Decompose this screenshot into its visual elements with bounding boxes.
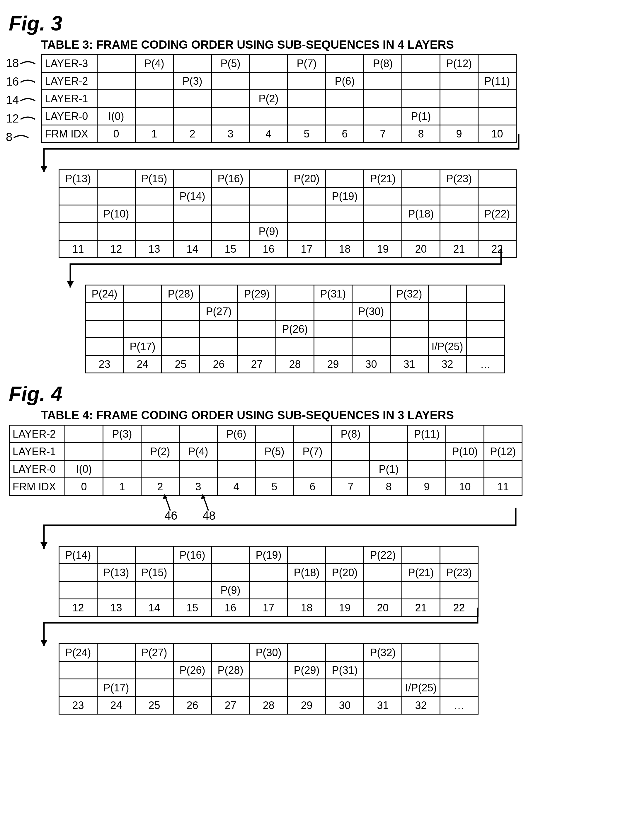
cell: 31 bbox=[364, 697, 402, 714]
cell bbox=[135, 187, 174, 205]
cell: 28 bbox=[276, 355, 314, 373]
cell bbox=[446, 461, 484, 478]
cell: 24 bbox=[97, 697, 135, 714]
cell: 24 bbox=[124, 355, 162, 373]
cell: P(13) bbox=[59, 170, 97, 187]
cell: P(11) bbox=[478, 72, 516, 90]
cell: P(7) bbox=[294, 443, 332, 461]
cell bbox=[288, 546, 326, 564]
cell bbox=[314, 303, 352, 320]
cell bbox=[135, 581, 174, 599]
cell bbox=[179, 461, 217, 478]
cell: P(21) bbox=[402, 564, 440, 581]
cell bbox=[402, 662, 440, 679]
cell: P(10) bbox=[446, 443, 484, 461]
cell bbox=[326, 205, 364, 223]
cell bbox=[478, 107, 516, 125]
cell bbox=[256, 425, 294, 443]
connector-icon bbox=[41, 626, 606, 643]
cell bbox=[200, 338, 238, 355]
cell: P(20) bbox=[326, 564, 364, 581]
cell: 29 bbox=[288, 697, 326, 714]
cell: P(6) bbox=[217, 425, 256, 443]
cell bbox=[440, 223, 478, 240]
connector-icon bbox=[41, 152, 606, 169]
cell: P(17) bbox=[97, 679, 135, 697]
cell bbox=[402, 72, 440, 90]
cell: 11 bbox=[484, 478, 522, 496]
cell bbox=[478, 90, 516, 107]
cell bbox=[174, 205, 212, 223]
cell bbox=[135, 223, 174, 240]
cell bbox=[352, 285, 390, 303]
cell bbox=[174, 644, 212, 662]
cell bbox=[402, 546, 440, 564]
cell bbox=[364, 107, 402, 125]
cell bbox=[314, 320, 352, 338]
cell: P(12) bbox=[484, 443, 522, 461]
cell bbox=[288, 90, 326, 107]
cell: P(26) bbox=[276, 320, 314, 338]
cell bbox=[478, 187, 516, 205]
cell: P(12) bbox=[440, 55, 478, 72]
cell bbox=[103, 443, 141, 461]
cell: 10 bbox=[446, 478, 484, 496]
cell bbox=[370, 425, 408, 443]
cell bbox=[59, 205, 97, 223]
cell bbox=[200, 320, 238, 338]
cell bbox=[212, 564, 250, 581]
cell bbox=[428, 285, 466, 303]
cell bbox=[250, 187, 288, 205]
cell: 4 bbox=[217, 478, 256, 496]
cell bbox=[276, 338, 314, 355]
cell bbox=[402, 644, 440, 662]
cell bbox=[440, 581, 478, 599]
cell bbox=[174, 564, 212, 581]
cell: 0 bbox=[65, 478, 103, 496]
cell: 8 bbox=[370, 478, 408, 496]
cell bbox=[294, 461, 332, 478]
cell bbox=[212, 90, 250, 107]
cell bbox=[59, 662, 97, 679]
cell bbox=[326, 546, 364, 564]
cell: P(31) bbox=[326, 662, 364, 679]
cell: P(29) bbox=[238, 285, 276, 303]
cell: 27 bbox=[212, 697, 250, 714]
cell: 7 bbox=[332, 478, 370, 496]
ref-number: 14 bbox=[6, 94, 37, 107]
cell: 32 bbox=[428, 355, 466, 373]
cell: P(18) bbox=[288, 564, 326, 581]
cell: P(27) bbox=[135, 644, 174, 662]
cell: P(1) bbox=[402, 107, 440, 125]
row-header: LAYER-3 bbox=[42, 55, 97, 72]
cell bbox=[402, 55, 440, 72]
cell: I/P(25) bbox=[402, 679, 440, 697]
cell bbox=[326, 581, 364, 599]
cell bbox=[478, 55, 516, 72]
cell bbox=[162, 303, 200, 320]
cell bbox=[326, 170, 364, 187]
cell bbox=[314, 338, 352, 355]
cell: P(31) bbox=[314, 285, 352, 303]
cell bbox=[212, 546, 250, 564]
cell bbox=[162, 320, 200, 338]
cell bbox=[332, 461, 370, 478]
cell bbox=[212, 679, 250, 697]
row-header: LAYER-0 bbox=[42, 107, 97, 125]
cell bbox=[428, 320, 466, 338]
cell bbox=[59, 679, 97, 697]
cell bbox=[288, 581, 326, 599]
cell bbox=[250, 170, 288, 187]
cell bbox=[212, 644, 250, 662]
cell bbox=[288, 644, 326, 662]
cell bbox=[174, 107, 212, 125]
cell bbox=[86, 320, 124, 338]
cell: P(3) bbox=[174, 72, 212, 90]
cell bbox=[440, 679, 478, 697]
cell bbox=[141, 425, 179, 443]
fig3-block-2: P(13)P(15)P(16)P(20)P(21)P(23)P(14)P(19)… bbox=[59, 169, 606, 258]
cell bbox=[364, 90, 402, 107]
figure-4-label: Fig. 4 bbox=[9, 382, 606, 406]
cell: P(28) bbox=[162, 285, 200, 303]
cell bbox=[217, 443, 256, 461]
